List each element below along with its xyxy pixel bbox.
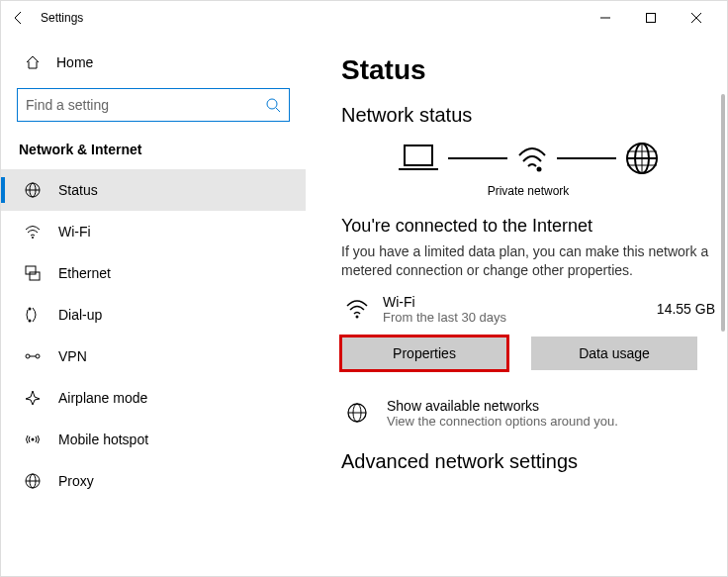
data-usage-button[interactable]: Data usage: [531, 337, 697, 370]
proxy-icon: [23, 472, 43, 490]
sidebar-item-dialup[interactable]: Dial-up: [1, 294, 306, 336]
network-diagram: [341, 141, 715, 176]
sidebar-item-proxy[interactable]: Proxy: [1, 460, 306, 502]
titlebar: Settings: [1, 1, 727, 35]
status-heading: Network status: [341, 104, 715, 127]
settings-window: Settings Home Find a setting Network & I…: [0, 0, 728, 577]
hotspot-icon: [23, 431, 43, 448]
content: Status Network status Private network Yo…: [306, 35, 727, 576]
home-nav[interactable]: Home: [1, 47, 306, 78]
svg-point-12: [26, 354, 30, 358]
connection-usage: 14.55 GB: [657, 301, 715, 317]
connected-title: You're connected to the Internet: [341, 216, 715, 237]
sidebar-item-hotspot[interactable]: Mobile hotspot: [1, 419, 306, 460]
diagram-line: [448, 157, 507, 159]
search-input[interactable]: Find a setting: [17, 88, 290, 122]
wifi-signal-icon: [515, 142, 549, 175]
laptop-icon: [397, 142, 440, 175]
svg-point-13: [36, 354, 40, 358]
svg-rect-1: [647, 14, 656, 23]
connection-sub: From the last 30 days: [383, 310, 657, 325]
status-icon: [23, 181, 43, 199]
sidebar-item-status[interactable]: Status: [1, 169, 306, 211]
properties-button[interactable]: Properties: [341, 337, 507, 370]
button-label: Data usage: [579, 345, 650, 361]
wifi-icon: [341, 296, 373, 322]
home-label: Home: [56, 54, 93, 70]
window-controls: [583, 3, 719, 33]
available-sub: View the connection options around you.: [387, 414, 618, 429]
section-label: Network & Internet: [1, 136, 306, 169]
search-placeholder: Find a setting: [26, 97, 109, 113]
sidebar-item-label: Dial-up: [58, 307, 102, 323]
ethernet-icon: [23, 264, 43, 282]
sidebar-item-label: Airplane mode: [58, 390, 147, 406]
scrollbar[interactable]: [721, 94, 725, 332]
globe-icon: [341, 401, 373, 425]
globe-icon: [624, 141, 660, 176]
home-icon: [23, 54, 43, 70]
vpn-icon: [23, 347, 43, 365]
svg-point-7: [32, 237, 34, 239]
diagram-caption: Private network: [341, 184, 715, 198]
svg-point-2: [267, 99, 277, 109]
sidebar-item-airplane[interactable]: Airplane mode: [1, 377, 306, 419]
svg-line-3: [276, 108, 280, 112]
window-title: Settings: [41, 11, 83, 25]
button-label: Properties: [393, 345, 456, 361]
sidebar-item-ethernet[interactable]: Ethernet: [1, 252, 306, 294]
sidebar-item-label: VPN: [58, 348, 87, 364]
body: Home Find a setting Network & Internet S…: [1, 35, 727, 576]
svg-point-11: [29, 320, 32, 323]
available-label: Show available networks: [387, 398, 618, 414]
diagram-line: [557, 157, 616, 159]
sidebar-item-label: Ethernet: [58, 265, 111, 281]
advanced-heading: Advanced network settings: [341, 450, 715, 473]
svg-point-10: [29, 308, 32, 311]
sidebar-item-label: Status: [58, 182, 98, 198]
maximize-button[interactable]: [628, 3, 674, 33]
back-button[interactable]: [9, 10, 29, 26]
sidebar-item-wifi[interactable]: Wi-Fi: [1, 211, 306, 252]
airplane-icon: [23, 389, 43, 407]
dialup-icon: [23, 306, 43, 324]
sidebar-item-vpn[interactable]: VPN: [1, 336, 306, 377]
svg-rect-9: [30, 272, 40, 280]
connection-row: Wi-Fi From the last 30 days 14.55 GB: [341, 294, 715, 325]
connection-name: Wi-Fi: [383, 294, 657, 310]
sidebar: Home Find a setting Network & Internet S…: [1, 35, 306, 576]
minimize-button[interactable]: [583, 3, 628, 33]
nav-list: Status Wi-Fi Ethernet: [1, 169, 306, 576]
sidebar-item-label: Proxy: [58, 473, 94, 489]
button-row: Properties Data usage: [341, 337, 715, 370]
search-icon: [265, 97, 281, 113]
page-title: Status: [341, 54, 715, 86]
svg-rect-19: [405, 145, 432, 165]
svg-point-28: [356, 316, 359, 319]
connected-desc: If you have a limited data plan, you can…: [341, 242, 715, 280]
svg-rect-8: [26, 266, 36, 274]
close-button[interactable]: [674, 3, 719, 33]
svg-point-21: [537, 167, 542, 172]
sidebar-item-label: Mobile hotspot: [58, 432, 148, 447]
sidebar-item-label: Wi-Fi: [58, 224, 91, 240]
available-networks-link[interactable]: Show available networks View the connect…: [341, 398, 715, 429]
wifi-icon: [23, 223, 43, 240]
svg-point-15: [32, 438, 35, 441]
